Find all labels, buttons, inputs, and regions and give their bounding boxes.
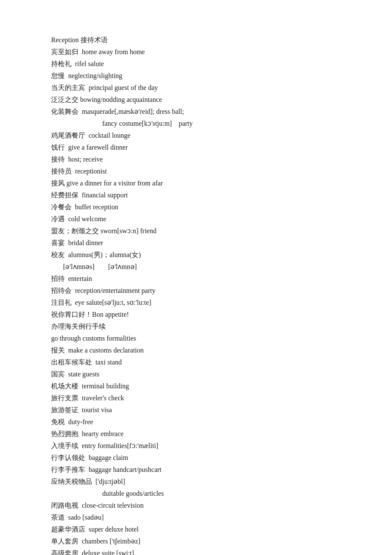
vocabulary-line: 招待 entertain — [51, 273, 341, 285]
vocabulary-line: 接待员 receptionist — [51, 165, 341, 177]
vocabulary-line: 饯行 give a farewell dinner — [51, 142, 341, 153]
vocabulary-list: Reception 接待术语宾至如归 home away from home持枪… — [51, 34, 341, 555]
vocabulary-line: 当天的主宾 principal guest of the day — [51, 82, 341, 94]
vocabulary-line: 宾至如归 home away from home — [51, 46, 341, 58]
vocabulary-line: 报关 make a customs declaration — [51, 344, 341, 356]
vocabulary-line: 应纳关税物品 ['dju:tjəbl] — [51, 476, 341, 488]
vocabulary-line: 祝你胃口好！Bon appetite! — [51, 309, 341, 321]
vocabulary-line: 接风 give a dinner for a visitor from afar — [51, 177, 341, 189]
vocabulary-line: 喜宴 bridal dinner — [51, 237, 341, 249]
vocabulary-line: 单人套房 chambers ['tʃeimbəz] — [51, 535, 341, 547]
vocabulary-line: 茶道 sado [sadəu] — [51, 512, 341, 523]
vocabulary-line: 免税 duty-free — [51, 416, 341, 428]
vocabulary-line: 办理海关例行手续 — [51, 321, 341, 332]
vocabulary-line: Reception 接待术语 — [51, 34, 341, 46]
vocabulary-line: duitable goods/articles — [51, 488, 341, 500]
vocabulary-line: fancy costume[kɔ'stju:m] party — [51, 118, 341, 130]
vocabulary-line: 注目礼 eye salute[sə'lju:t, sɑ:'lu:te] — [51, 297, 341, 309]
vocabulary-line: 校友 alumnus(男)；alumna(女) — [51, 249, 341, 261]
vocabulary-line: 化装舞会 masquerade[,mæskə'reid]; dress ball… — [51, 106, 341, 118]
vocabulary-line: [ə'lʌmnəs] [ə'lʌmnə] — [51, 261, 341, 273]
vocabulary-line: 机场大楼 terminal building — [51, 380, 341, 392]
vocabulary-line: 冷遇 cold welcome — [51, 213, 341, 225]
vocabulary-line: 招待会 reception/entertainment party — [51, 285, 341, 297]
vocabulary-line: 冷餐会 buffet reception — [51, 201, 341, 213]
vocabulary-line: 盟友；刎颈之交 sworn[swɔ:n] friend — [51, 225, 341, 237]
vocabulary-line: 鸡尾酒餐厅 cocktail lounge — [51, 130, 341, 142]
vocabulary-line: go through customs formalities — [51, 332, 341, 344]
vocabulary-line: 行李手推车 baggage handcart/pushcart — [51, 464, 341, 476]
vocabulary-line: 热烈拥抱 hearty embrace — [51, 428, 341, 440]
vocabulary-line: 旅游签证 tourist visa — [51, 404, 341, 416]
vocabulary-line: 闭路电视 close-circuit television — [51, 500, 341, 512]
vocabulary-line: 旅行支票 traveler's check — [51, 392, 341, 404]
vocabulary-line: 行李认领处 baggage claim — [51, 452, 341, 464]
vocabulary-line: 泛泛之交 bowing/nodding acquaintance — [51, 94, 341, 106]
vocabulary-line: 国宾 state guests — [51, 368, 341, 380]
vocabulary-line: 超豪华酒店 super deluxe hotel — [51, 523, 341, 535]
vocabulary-line: 经费担保 financial support — [51, 189, 341, 201]
vocabulary-line: 接待 host; receive — [51, 153, 341, 165]
vocabulary-line: 高级套房 deluxe suite [swi:t] — [51, 547, 341, 555]
vocabulary-line: 入境手续 entry formalities[fɔ:'mæliti] — [51, 440, 341, 452]
vocabulary-line: 怠慢 neglecting/slighting — [51, 70, 341, 82]
vocabulary-line: 出租车候车处 taxi stand — [51, 356, 341, 368]
vocabulary-line: 持枪礼 rifel salute — [51, 58, 341, 70]
